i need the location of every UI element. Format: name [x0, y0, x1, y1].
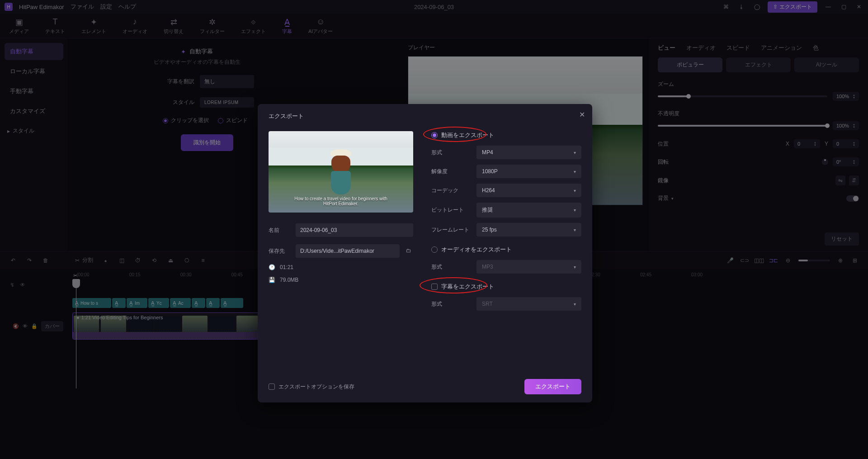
framerate-select[interactable]: 25 fps▾	[476, 223, 581, 237]
name-label: 名前	[269, 227, 289, 234]
export-audio-radio[interactable]: オーディオをエクスポート	[431, 246, 581, 254]
save-options-checkbox[interactable]: エクスポートオプションを保存	[269, 383, 354, 391]
disk-icon: 💾	[269, 277, 275, 283]
checkbox-off-icon	[431, 284, 438, 290]
sub-format-label: 形式	[431, 300, 470, 308]
export-dialog: エクスポート ✕ How to create a travel video fo…	[258, 104, 592, 402]
checkbox-off-icon	[269, 383, 275, 390]
radio-off-icon	[431, 246, 438, 253]
format-select[interactable]: MP4▾	[476, 146, 581, 159]
folder-icon[interactable]: 🗀	[406, 247, 413, 255]
export-preview: How to create a travel video for beginne…	[269, 131, 413, 213]
export-button[interactable]: エクスポート	[524, 379, 581, 394]
codec-select[interactable]: H264▾	[476, 184, 581, 197]
resolution-label: 解像度	[431, 168, 470, 175]
dest-input[interactable]: D:/Users/Vide...itPawEdimakor	[296, 244, 400, 258]
clock-icon: 🕐	[269, 264, 275, 270]
size-value: 79.0MB	[280, 277, 298, 283]
audio-format-label: 形式	[431, 263, 470, 271]
dialog-title: エクスポート	[269, 112, 581, 120]
dialog-close-button[interactable]: ✕	[579, 110, 585, 119]
export-video-radio[interactable]: 動画をエクスポート	[431, 131, 581, 139]
audio-format-select: MP3▾	[476, 260, 581, 274]
name-input[interactable]: 2024-09-06_03	[296, 223, 413, 237]
bitrate-select[interactable]: 推奨▾	[476, 203, 581, 218]
subtitle-format-select: SRT▾	[476, 297, 581, 311]
dest-label: 保存先	[269, 247, 289, 255]
resolution-select[interactable]: 1080P▾	[476, 165, 581, 178]
bitrate-label: ビットレート	[431, 206, 470, 214]
format-label: 形式	[431, 149, 470, 156]
framerate-label: フレームレート	[431, 226, 470, 234]
export-subtitle-checkbox[interactable]: 字幕をエクスポート	[431, 283, 581, 291]
duration-value: 01:21	[280, 264, 293, 270]
codec-label: コーデック	[431, 187, 470, 194]
radio-on-icon	[431, 132, 438, 138]
chevron-down-icon: ▾	[574, 150, 576, 155]
